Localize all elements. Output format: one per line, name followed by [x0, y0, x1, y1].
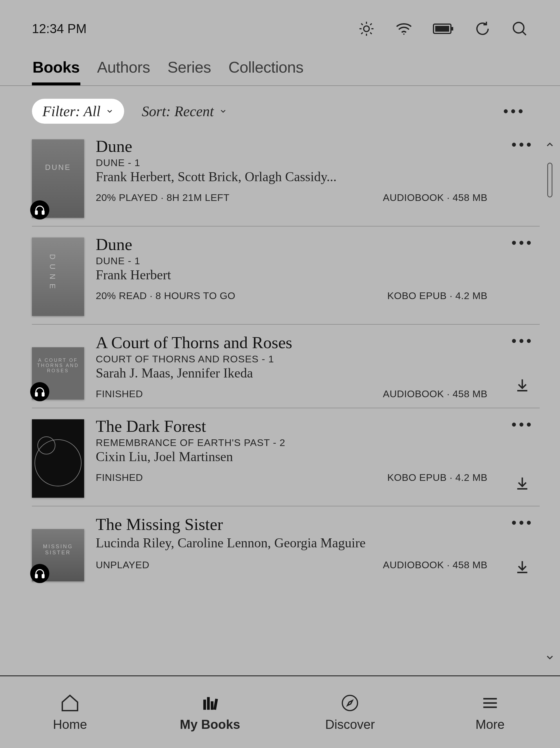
svg-rect-17 — [35, 393, 38, 396]
sort-label: Sort: Recent — [142, 103, 214, 120]
home-icon — [60, 693, 80, 713]
ereader-screen: 12:34 PM — [0, 0, 560, 748]
book-title: Dune — [96, 235, 487, 254]
svg-point-9 — [403, 33, 405, 35]
svg-line-7 — [361, 32, 363, 34]
book-authors: Frank Herbert — [96, 267, 487, 283]
book-row[interactable]: DUNE Dune DUNE - 1 Frank Herbert, Scott … — [32, 137, 540, 227]
svg-rect-32 — [213, 698, 218, 710]
download-icon[interactable] — [515, 559, 530, 576]
nav-label: Home — [53, 717, 87, 732]
headphones-icon — [30, 564, 49, 583]
wifi-icon[interactable] — [395, 22, 413, 36]
book-progress: FINISHED — [96, 388, 143, 400]
battery-icon — [433, 23, 454, 34]
search-icon[interactable] — [511, 20, 528, 37]
svg-rect-31 — [211, 701, 213, 710]
book-progress: FINISHED — [96, 472, 143, 483]
book-list: DUNE Dune DUNE - 1 Frank Herbert, Scott … — [32, 137, 540, 675]
book-row[interactable]: The Dark Forest REMEMBRANCE OF EARTH'S P… — [32, 408, 540, 507]
headphones-icon — [30, 200, 49, 219]
nav-home[interactable]: Home — [0, 676, 140, 748]
svg-line-14 — [522, 32, 526, 35]
chevron-down-icon — [106, 107, 114, 115]
nav-discover[interactable]: Discover — [280, 676, 420, 748]
svg-point-13 — [513, 22, 524, 33]
scroll-up-icon[interactable] — [544, 139, 555, 151]
svg-point-22 — [38, 437, 55, 454]
book-series: COURT OF THORNS AND ROSES - 1 — [96, 353, 487, 365]
book-series: DUNE - 1 — [96, 157, 487, 168]
filter-sort-bar: Filter: All Sort: Recent ••• — [0, 86, 560, 137]
status-bar: 12:34 PM — [0, 0, 560, 46]
filter-label: Filter: All — [42, 103, 100, 120]
svg-line-6 — [370, 32, 372, 34]
status-time: 12:34 PM — [32, 22, 87, 36]
sync-icon[interactable] — [474, 20, 491, 37]
book-title: A Court of Thorns and Roses — [96, 333, 487, 352]
book-progress: 20% PLAYED · 8H 21M LEFT — [96, 192, 229, 203]
book-format: KOBO EPUB · 4.2 MB — [387, 290, 487, 301]
book-more-button[interactable]: ••• — [511, 338, 534, 344]
svg-rect-16 — [42, 211, 44, 214]
book-row[interactable]: MISSING SISTER The Missing Sister Lucind… — [32, 507, 540, 589]
menu-icon — [480, 693, 500, 713]
book-progress: 20% READ · 8 HOURS TO GO — [96, 290, 235, 301]
nav-label: My Books — [180, 717, 240, 732]
book-cover[interactable]: A COURT OF THORNS AND ROSES — [32, 347, 84, 400]
bottom-nav: Home My Books Discover More — [0, 675, 560, 748]
compass-icon — [340, 693, 360, 713]
filter-dropdown[interactable]: Filter: All — [32, 99, 124, 124]
book-title: The Missing Sister — [96, 515, 487, 534]
book-authors: Sarah J. Maas, Jennifer Ikeda — [96, 365, 487, 381]
brightness-icon[interactable] — [358, 20, 375, 37]
book-series: REMEMBRANCE OF EARTH'S PAST - 2 — [96, 437, 487, 448]
status-icons — [358, 20, 528, 37]
tab-books[interactable]: Books — [32, 52, 80, 85]
tab-authors[interactable]: Authors — [97, 52, 151, 85]
book-more-button[interactable]: ••• — [511, 520, 534, 525]
library-tabs: Books Authors Series Collections — [0, 46, 560, 86]
book-format: AUDIOBOOK · 458 MB — [383, 192, 487, 203]
scroll-down-icon[interactable] — [544, 652, 555, 664]
tab-collections[interactable]: Collections — [228, 52, 304, 85]
book-cover[interactable]: DUNE — [32, 139, 84, 218]
book-cover[interactable] — [32, 419, 84, 498]
nav-my-books[interactable]: My Books — [140, 676, 280, 748]
svg-rect-26 — [42, 574, 44, 578]
tab-series[interactable]: Series — [167, 52, 212, 85]
book-more-button[interactable]: ••• — [511, 240, 534, 246]
book-progress: UNPLAYED — [96, 559, 149, 570]
nav-more[interactable]: More — [420, 676, 560, 748]
book-row[interactable]: D U N E Dune DUNE - 1 Frank Herbert 20% … — [32, 227, 540, 325]
book-cover[interactable]: MISSING SISTER — [32, 529, 84, 581]
book-format: AUDIOBOOK · 458 MB — [383, 388, 487, 400]
svg-point-33 — [342, 695, 358, 710]
book-row[interactable]: A COURT OF THORNS AND ROSES A Court of T… — [32, 325, 540, 408]
library-icon — [200, 693, 220, 713]
book-authors: Lucinda Riley, Caroline Lennon, Georgia … — [96, 535, 487, 551]
download-icon[interactable] — [515, 476, 530, 492]
svg-point-0 — [364, 26, 369, 31]
book-cover[interactable]: D U N E — [32, 237, 84, 316]
download-icon[interactable] — [515, 377, 530, 394]
scrollbar[interactable] — [540, 137, 560, 675]
sort-dropdown[interactable]: Sort: Recent — [142, 103, 227, 120]
book-authors: Cixin Liu, Joel Martinsen — [96, 449, 487, 464]
nav-label: More — [476, 717, 505, 732]
svg-rect-25 — [35, 574, 38, 578]
book-title: The Dark Forest — [96, 416, 487, 436]
view-options-button[interactable]: ••• — [503, 102, 528, 120]
svg-rect-18 — [42, 393, 44, 396]
book-format: AUDIOBOOK · 458 MB — [383, 559, 487, 570]
svg-rect-15 — [35, 211, 38, 214]
headphones-icon — [30, 382, 49, 401]
svg-rect-12 — [435, 26, 449, 32]
book-more-button[interactable]: ••• — [511, 422, 534, 427]
svg-marker-34 — [348, 700, 353, 706]
book-title: Dune — [96, 137, 487, 156]
book-more-button[interactable]: ••• — [511, 142, 534, 147]
scroll-thumb[interactable] — [547, 163, 553, 197]
book-series: DUNE - 1 — [96, 255, 487, 266]
svg-rect-29 — [203, 700, 206, 710]
